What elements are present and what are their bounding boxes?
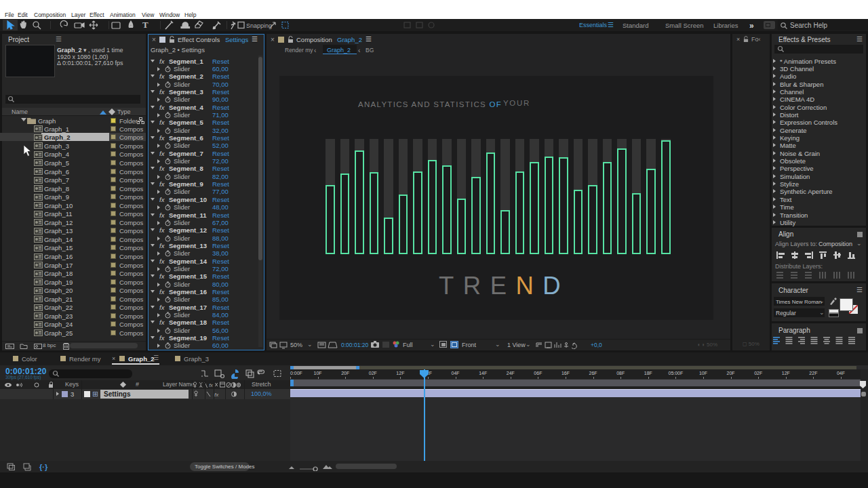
svg-text:{·}: {·} xyxy=(39,463,48,471)
svg-text:T: T xyxy=(142,20,149,30)
svg-text:fx: fx xyxy=(214,392,219,398)
